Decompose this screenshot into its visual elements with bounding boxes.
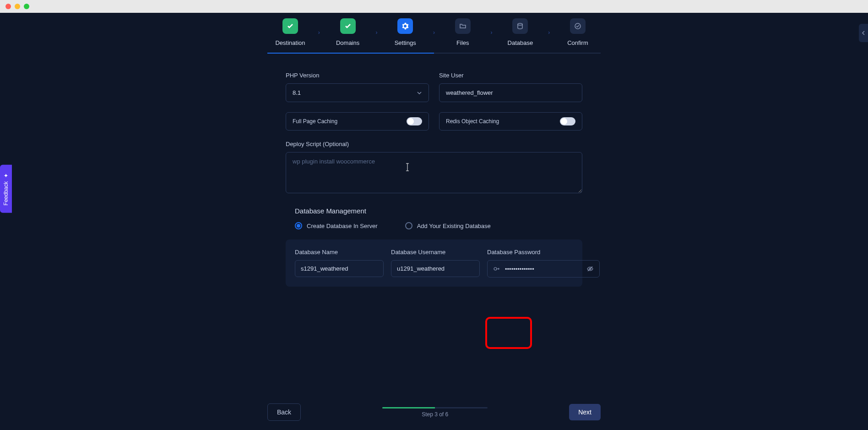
radio-checked-icon bbox=[295, 222, 302, 229]
side-panel-handle[interactable] bbox=[859, 24, 868, 42]
radio-create-database[interactable]: Create Database In Server bbox=[295, 222, 378, 229]
progress-indicator: Step 3 of 6 bbox=[382, 407, 488, 418]
radio-create-label: Create Database In Server bbox=[307, 223, 378, 229]
php-version-value: 8.1 bbox=[293, 89, 301, 96]
step-database[interactable]: Database bbox=[502, 18, 538, 46]
check-icon bbox=[282, 18, 298, 34]
folder-icon bbox=[455, 18, 471, 34]
step-domains[interactable]: Domains bbox=[330, 18, 366, 46]
feedback-tab[interactable]: Feedback ✦ bbox=[0, 165, 12, 213]
window-titlebar bbox=[0, 0, 868, 13]
svg-point-2 bbox=[494, 267, 497, 270]
step-confirm[interactable]: Confirm bbox=[559, 18, 596, 46]
step-label: Database bbox=[508, 39, 533, 46]
step-destination[interactable]: Destination bbox=[272, 18, 309, 46]
db-user-input[interactable] bbox=[391, 260, 480, 277]
radio-existing-database[interactable]: Add Your Existing Database bbox=[405, 222, 491, 229]
php-version-select[interactable]: 8.1 bbox=[286, 83, 429, 102]
db-pass-input[interactable] bbox=[505, 266, 582, 272]
chevron-right-icon: › bbox=[491, 29, 493, 36]
chevron-down-icon bbox=[417, 90, 422, 96]
chevron-right-icon: › bbox=[548, 29, 550, 36]
step-label: Confirm bbox=[567, 39, 588, 46]
maximize-window-dot[interactable] bbox=[24, 4, 29, 9]
wizard-footer: Back Step 3 of 6 Next bbox=[267, 403, 601, 421]
confirm-icon bbox=[570, 18, 586, 34]
radio-unchecked-icon bbox=[405, 222, 412, 229]
key-icon bbox=[493, 265, 500, 272]
chevron-right-icon: › bbox=[433, 29, 435, 36]
step-label: Domains bbox=[336, 39, 359, 46]
wizard-stepper: Destination › Domains › Settings › Files… bbox=[267, 18, 601, 46]
radio-existing-label: Add Your Existing Database bbox=[417, 223, 491, 229]
feedback-label: Feedback bbox=[3, 181, 9, 206]
redis-caching-row: Redis Object Caching bbox=[439, 112, 582, 131]
redis-caching-toggle[interactable] bbox=[560, 117, 575, 125]
deploy-script-label: Deploy Script (Optional) bbox=[286, 141, 582, 147]
step-settings[interactable]: Settings bbox=[387, 18, 423, 46]
check-icon bbox=[340, 18, 356, 34]
db-pass-label: Database Password bbox=[487, 249, 600, 256]
database-management-title: Database Management bbox=[286, 207, 582, 215]
database-fields-box: Database Name Database Username Database… bbox=[286, 239, 582, 287]
back-button[interactable]: Back bbox=[267, 403, 301, 421]
deploy-script-textarea[interactable] bbox=[286, 152, 582, 193]
step-files[interactable]: Files bbox=[445, 18, 481, 46]
minimize-window-dot[interactable] bbox=[15, 4, 20, 9]
chevron-right-icon: › bbox=[375, 29, 377, 36]
step-label: Settings bbox=[395, 39, 416, 46]
full-page-caching-toggle[interactable] bbox=[407, 117, 422, 125]
site-user-label: Site User bbox=[439, 72, 582, 79]
step-counter: Step 3 of 6 bbox=[422, 411, 448, 418]
eye-off-icon[interactable] bbox=[586, 265, 594, 272]
next-button[interactable]: Next bbox=[569, 404, 601, 420]
db-name-input[interactable] bbox=[295, 260, 384, 277]
site-user-input[interactable] bbox=[439, 83, 582, 102]
tutorial-highlight bbox=[485, 317, 532, 349]
db-name-label: Database Name bbox=[295, 249, 384, 256]
step-label: Files bbox=[456, 39, 469, 46]
redis-caching-label: Redis Object Caching bbox=[446, 118, 499, 125]
sparkle-icon: ✦ bbox=[3, 172, 9, 179]
full-page-caching-row: Full Page Caching bbox=[286, 112, 429, 131]
full-page-caching-label: Full Page Caching bbox=[293, 118, 337, 125]
gear-icon bbox=[397, 18, 413, 34]
database-icon bbox=[512, 18, 528, 34]
close-window-dot[interactable] bbox=[5, 4, 11, 9]
svg-point-0 bbox=[518, 23, 522, 25]
php-version-label: PHP Version bbox=[286, 72, 429, 79]
chevron-right-icon: › bbox=[318, 29, 320, 36]
db-user-label: Database Username bbox=[391, 249, 480, 256]
stepper-divider bbox=[267, 53, 601, 54]
step-label: Destination bbox=[275, 39, 305, 46]
